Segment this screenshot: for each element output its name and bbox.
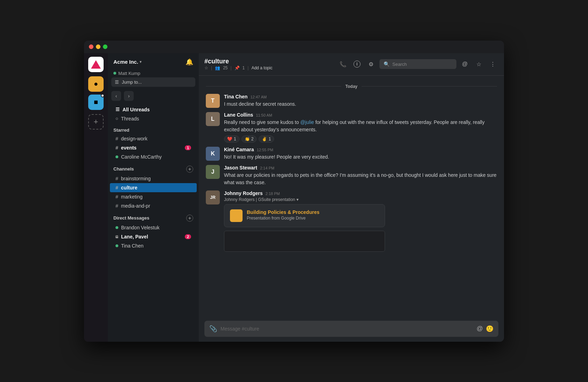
star-icon: ☆ <box>476 61 481 68</box>
message-row: J Jason Stewart 2:14 PM What are our pol… <box>199 163 504 188</box>
threads-label: Threads <box>121 116 139 121</box>
attachment-card[interactable]: Building Policies & Procedures Presentat… <box>224 204 385 227</box>
away-icon: ✉ <box>115 235 118 238</box>
emoji-button[interactable]: 🙂 <box>486 325 493 333</box>
mention-button[interactable]: @ <box>477 325 483 333</box>
traffic-lights <box>89 44 107 49</box>
jump-to-button[interactable]: ☰ Jump to... <box>111 77 195 87</box>
message-body: Johnny Rodgers 2:18 PM Johnny Rodgers | … <box>224 190 497 252</box>
search-bar[interactable]: 🔍 <box>379 59 456 69</box>
mention-julie[interactable]: @julie <box>300 119 314 125</box>
sidebar-item-tina[interactable]: Tina Chen <box>110 241 197 250</box>
avatar: L <box>206 112 220 126</box>
sidebar-item-caroline[interactable]: Caroline McCarthy <box>110 152 197 161</box>
attachment-icon <box>230 209 243 222</box>
reactions-bar: ❤️ 1 👏 2 ✌️ 1 <box>224 136 497 143</box>
workspace-logo[interactable] <box>88 57 104 72</box>
channel-title-group: #culture ☆ | 👥 25 | 📌 1 | Add a topic <box>204 58 333 70</box>
attach-icon[interactable]: 📎 <box>209 325 217 333</box>
reaction-clap[interactable]: 👏 2 <box>241 136 257 143</box>
star-icon[interactable]: ☆ <box>204 65 208 70</box>
titlebar <box>84 41 504 53</box>
attachment-subtitle: Presentation from Google Drive <box>247 216 320 221</box>
add-topic-link[interactable]: Add a topic <box>251 65 272 70</box>
add-dm-button[interactable]: + <box>186 215 193 222</box>
settings-button[interactable]: ⚙ <box>365 58 377 70</box>
sidebar-item-lane-pavel[interactable]: ✉ Lane, Pavel 2 <box>110 232 197 241</box>
input-actions: @ 🙂 <box>477 325 493 333</box>
message-text: Really need to give some kudos to @julie… <box>224 119 497 133</box>
message-row: T Tina Chen 12:47 AM I must decline for … <box>199 92 504 110</box>
sidebar-item-threads[interactable]: ○ Threads <box>110 114 197 123</box>
info-icon: i <box>354 61 360 68</box>
workspace-icon-orange[interactable]: ● <box>88 76 104 92</box>
sidebar-item-all-unreads[interactable]: ☰ All Unreads <box>110 105 197 114</box>
dm-label: Direct Messages <box>113 215 149 221</box>
message-author: Kiné Camara <box>224 147 254 152</box>
call-button[interactable]: 📞 <box>337 58 349 70</box>
date-divider: Today <box>199 81 504 92</box>
attachment-preview <box>224 231 385 252</box>
blue-icon-symbol: ■ <box>94 98 98 106</box>
sidebar-item-media-and-pr[interactable]: # media-and-pr <box>110 201 197 210</box>
reaction-peace[interactable]: ✌️ 1 <box>259 136 274 143</box>
workspace-chevron-icon: ▾ <box>140 60 141 64</box>
at-button[interactable]: @ <box>459 58 470 70</box>
message-body: Lane Collins 11:50 AM Really need to giv… <box>224 112 497 143</box>
sidebar-item-brainstorming[interactable]: # brainstorming <box>110 174 197 183</box>
logo-icon <box>91 60 101 69</box>
message-author: Lane Collins <box>224 112 253 118</box>
message-input-box: 📎 @ 🙂 <box>204 321 498 337</box>
message-input[interactable] <box>220 326 473 332</box>
channel-name-text: #culture <box>204 58 229 65</box>
minimize-button[interactable] <box>96 44 100 49</box>
sidebar-item-events[interactable]: # events 1 <box>110 143 197 152</box>
main-content: #culture ☆ | 👥 25 | 📌 1 | Add a topic <box>199 53 504 342</box>
message-time: 12:55 PM <box>257 148 273 152</box>
attachment-title: Building Policies & Procedures <box>247 209 320 215</box>
notifications-icon[interactable]: 🔔 <box>186 58 193 66</box>
maximize-button[interactable] <box>103 44 107 49</box>
avatar: K <box>206 147 220 161</box>
jump-icon: ☰ <box>115 79 119 85</box>
add-channel-button[interactable]: + <box>186 166 193 173</box>
sidebar-nav-buttons: ‹ › <box>108 91 199 105</box>
reaction-heart[interactable]: ❤️ 1 <box>224 136 239 143</box>
sidebar-item-marketing[interactable]: # marketing <box>110 192 197 201</box>
sidebar-item-design-work[interactable]: # design-work <box>110 134 197 143</box>
message-text: I must decline for secret reasons. <box>224 100 497 108</box>
more-icon: ⋮ <box>490 61 496 68</box>
dm-name-label: Caroline McCarthy <box>121 154 162 160</box>
jump-label: Jump to... <box>122 79 142 85</box>
channels-label: Channels <box>113 166 134 172</box>
message-header: Johnny Rodgers 2:18 PM <box>224 190 497 196</box>
sidebar-header: Acme Inc. ▾ 🔔 <box>108 53 199 69</box>
more-options-button[interactable]: ⋮ <box>487 58 498 70</box>
workspace-name[interactable]: Acme Inc. ▾ <box>113 59 141 65</box>
nav-forward-button[interactable]: › <box>124 91 134 101</box>
sidebar-item-culture[interactable]: # culture <box>110 183 197 192</box>
workspace-sidebar: ● ■ + <box>84 53 108 342</box>
message-header: Lane Collins 11:50 AM <box>224 112 497 118</box>
sidebar-item-brandon[interactable]: Brandon Velestuk <box>110 223 197 232</box>
message-row: JR Johnny Rodgers 2:18 PM Johnny Rodgers… <box>199 188 504 254</box>
hash-icon: # <box>115 145 118 151</box>
hash-icon: # <box>115 176 118 181</box>
gsuite-label: Johnny Rodgers | GSuite presentation ▾ <box>224 197 497 202</box>
online-dot <box>115 226 118 229</box>
nav-back-button[interactable]: ‹ <box>111 91 121 101</box>
channel-name-label: design-work <box>121 136 147 141</box>
workspace-name-text: Acme Inc. <box>113 59 138 65</box>
events-badge: 1 <box>185 145 191 150</box>
workspace-icon-blue[interactable]: ■ <box>88 95 104 110</box>
message-header: Kiné Camara 12:55 PM <box>224 147 497 152</box>
info-button[interactable]: i <box>351 58 363 70</box>
phone-icon: 📞 <box>340 61 346 68</box>
date-line-right <box>362 86 497 86</box>
close-button[interactable] <box>89 44 93 49</box>
all-unreads-label: All Unreads <box>122 107 150 112</box>
search-input[interactable] <box>392 62 452 67</box>
add-workspace-button[interactable]: + <box>88 114 104 130</box>
star-channel-button[interactable]: ☆ <box>473 58 484 70</box>
hash-icon: # <box>115 136 118 141</box>
